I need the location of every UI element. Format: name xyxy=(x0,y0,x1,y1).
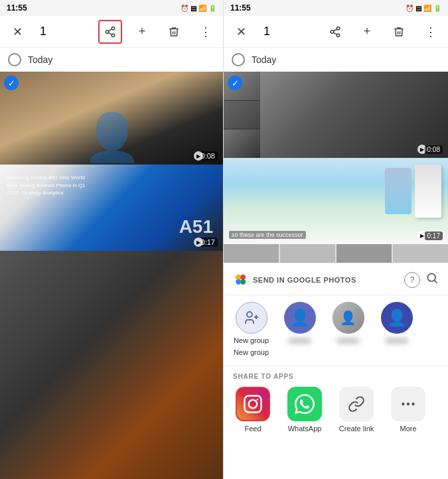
left-video2-label: Samsung Galaxy A51 Was World Best-Sellin… xyxy=(7,174,93,197)
right-video2-overlay: so these are the successor xyxy=(229,231,306,239)
right-top-bar: ✕ 1 + ⋮ xyxy=(224,16,448,48)
apps-row: Feed WhatsApp Create xyxy=(224,383,448,441)
right-panel: 11:55 ⏰ ▤ 📶 🔋 ✕ 1 + xyxy=(224,0,448,479)
left-panel: 11:55 ⏰ ▤ 📶 🔋 ✕ 1 + xyxy=(0,0,224,479)
right-video-1[interactable]: ▶ 0:08 xyxy=(224,72,448,158)
svg-point-5 xyxy=(336,27,340,30)
right-video1-check: ✓ xyxy=(228,76,242,90)
right-status-icons: ⏰ ▤ 📶 🔋 xyxy=(406,5,441,12)
left-top-bar: ✕ 1 + ⋮ xyxy=(0,16,223,48)
contact3-name: ■■■■■ xyxy=(386,336,408,344)
left-today-radio[interactable] xyxy=(8,53,21,66)
thumb-4[interactable] xyxy=(393,244,448,263)
new-group-avatar xyxy=(236,302,267,334)
right-close-button[interactable]: ✕ xyxy=(229,20,253,44)
left-video2-model: A51 xyxy=(179,216,213,238)
svg-point-23 xyxy=(407,403,410,405)
share-search-button[interactable] xyxy=(425,271,439,288)
right-section-header: Today xyxy=(224,48,448,72)
new-group-label: New group xyxy=(234,336,269,344)
thumb-2[interactable] xyxy=(280,244,335,263)
right-video-1-container: ✓ ▶ 0:08 xyxy=(224,72,448,158)
contact-1[interactable]: 👤 ■■■■■ xyxy=(281,302,318,344)
right-time: 11:55 xyxy=(230,3,251,13)
right-share-button[interactable] xyxy=(323,20,347,44)
svg-point-16 xyxy=(247,312,252,317)
contact-3[interactable]: 👤 ■■■■■ xyxy=(378,302,415,344)
svg-line-8 xyxy=(333,33,336,34)
right-status-bar: 11:55 ⏰ ▤ 📶 🔋 xyxy=(224,0,448,16)
svg-point-21 xyxy=(257,399,259,401)
svg-point-22 xyxy=(402,403,404,405)
right-add-button[interactable]: + xyxy=(355,20,379,44)
right-selected-count: 1 xyxy=(263,25,270,38)
contact2-name: ■■■■■ xyxy=(337,336,359,344)
thumb-1[interactable] xyxy=(224,244,279,263)
apps-divider xyxy=(224,366,448,366)
right-video2-phone1 xyxy=(415,165,441,218)
share-sheet-header: SEND IN GOOGLE PHOTOS ? xyxy=(224,263,448,293)
app-feed[interactable]: Feed xyxy=(229,387,277,433)
svg-point-1 xyxy=(106,30,109,33)
left-status-bar: 11:55 ⏰ ▤ 📶 🔋 xyxy=(0,0,223,16)
new-group-text-label: New group xyxy=(234,348,269,356)
left-media-area: ✓ 👤 0:08 ▶ Samsung Galaxy A51 Was World … xyxy=(0,72,223,479)
contact-labels-row: New group xyxy=(224,346,448,364)
share-to-apps-header: SHARE TO APPS xyxy=(224,368,448,383)
feed-label: Feed xyxy=(244,425,261,433)
app-create-link[interactable]: Create link xyxy=(333,387,380,433)
left-close-button[interactable]: ✕ xyxy=(5,20,29,44)
svg-point-2 xyxy=(112,34,115,37)
share-sheet: SEND IN GOOGLE PHOTOS ? N xyxy=(224,263,448,441)
contact-2[interactable]: 👤 ■■■■■ xyxy=(330,302,366,344)
right-video2-duration: 0:17 xyxy=(425,232,443,240)
left-video1-check: ✓ xyxy=(4,76,19,90)
left-more-button[interactable]: ⋮ xyxy=(194,20,218,44)
right-video-2[interactable]: so these are the successor ▶ 0:17 xyxy=(224,158,448,244)
whatsapp-label: WhatsApp xyxy=(288,425,322,433)
left-video-3[interactable] xyxy=(0,251,223,479)
right-today-radio[interactable] xyxy=(232,53,245,66)
right-more-button[interactable]: ⋮ xyxy=(419,20,443,44)
left-add-button[interactable]: + xyxy=(130,20,154,44)
share-divider xyxy=(224,295,448,295)
contact1-name: ■■■■■ xyxy=(289,336,311,344)
left-section-header: Today xyxy=(0,48,223,72)
app-whatsapp[interactable]: WhatsApp xyxy=(281,387,329,433)
svg-line-9 xyxy=(333,29,336,31)
left-share-button[interactable] xyxy=(98,20,122,44)
contacts-row: New group 👤 ■■■■■ 👤 ■■■■■ 👤 xyxy=(224,297,448,352)
right-today-label: Today xyxy=(252,54,276,65)
svg-point-7 xyxy=(336,34,340,37)
thumb-3[interactable] xyxy=(336,244,392,263)
google-photos-icon xyxy=(233,273,248,287)
right-delete-button[interactable] xyxy=(387,20,411,44)
right-video1-duration: 0:08 xyxy=(425,145,443,154)
svg-point-0 xyxy=(112,27,115,30)
share-help-button[interactable]: ? xyxy=(404,272,420,288)
svg-point-14 xyxy=(427,273,435,281)
contact3-avatar: 👤 xyxy=(381,302,413,334)
feed-icon-wrap xyxy=(236,387,270,421)
contact1-avatar: 👤 xyxy=(284,302,316,334)
right-video2-phone2 xyxy=(385,168,411,214)
link-icon-wrap xyxy=(339,387,374,421)
app-more[interactable]: More xyxy=(384,387,432,433)
left-today-label: Today xyxy=(28,54,52,65)
svg-point-20 xyxy=(249,400,258,409)
contact-new-group[interactable]: New group xyxy=(233,302,269,344)
create-link-label: Create link xyxy=(339,425,374,433)
right-thumbnails-bar xyxy=(224,244,448,263)
left-video-1[interactable]: ✓ 👤 0:08 ▶ xyxy=(0,72,223,165)
svg-point-13 xyxy=(236,279,241,284)
contact2-avatar: 👤 xyxy=(333,302,364,334)
svg-line-15 xyxy=(435,281,437,283)
more-label: More xyxy=(400,425,416,433)
svg-point-24 xyxy=(411,403,414,405)
left-video-2[interactable]: Samsung Galaxy A51 Was World Best-Sellin… xyxy=(0,165,223,251)
whatsapp-icon-wrap xyxy=(287,387,322,421)
left-video2-play: ▶ xyxy=(194,238,203,247)
left-status-icons: ⏰ ▤ 📶 🔋 xyxy=(181,5,216,12)
svg-line-3 xyxy=(108,33,112,34)
left-delete-button[interactable] xyxy=(162,20,186,44)
